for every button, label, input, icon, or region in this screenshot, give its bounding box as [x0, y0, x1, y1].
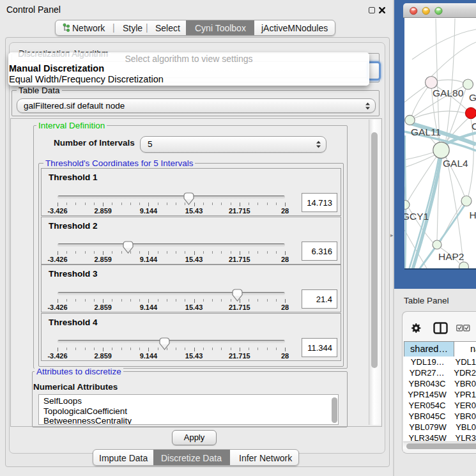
- svg-text:GAL4: GAL4: [443, 158, 468, 169]
- svg-text:HAP2: HAP2: [438, 251, 464, 262]
- svg-text:G.: G.: [469, 92, 476, 103]
- svg-text:GAL11: GAL11: [411, 127, 441, 137]
- svg-text:GCY1: GCY1: [404, 211, 429, 222]
- svg-text:C: C: [472, 121, 476, 132]
- svg-text:H: H: [470, 210, 476, 220]
- svg-text:GAL80: GAL80: [433, 88, 464, 98]
